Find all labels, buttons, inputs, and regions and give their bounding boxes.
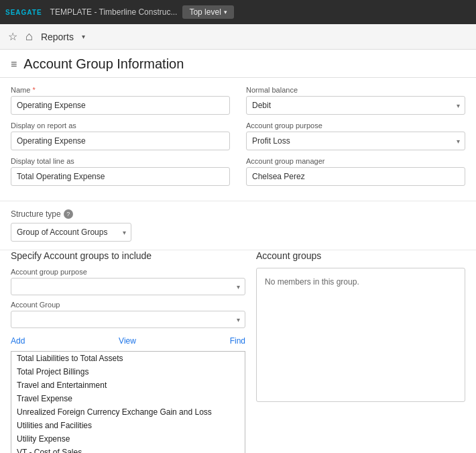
specify-section-title: Specify Account groups to include	[11, 250, 245, 261]
top-level-arrow-icon: ▾	[224, 9, 227, 15]
account-group-manager-label: Account group manager	[246, 157, 465, 165]
list-item[interactable]: Travel Expense	[11, 392, 245, 405]
form-row-2: Display on report as Account group purpo…	[11, 121, 465, 150]
name-required: *	[32, 86, 35, 94]
display-total-input[interactable]	[11, 167, 230, 186]
list-item[interactable]: Total Liabilities to Total Assets	[11, 352, 245, 365]
find-link[interactable]: Find	[230, 336, 245, 346]
list-item[interactable]: Travel and Entertainment	[11, 379, 245, 392]
second-bar: ☆ ⌂ Reports ▾	[0, 24, 476, 50]
structure-type-label: Structure type	[11, 209, 61, 219]
list-item[interactable]: Unrealized Foreign Currency Exchange Gai…	[11, 405, 245, 419]
account-group-dropdown-list[interactable]: Total Liabilities to Total AssetsTotal P…	[11, 351, 245, 453]
normal-balance-group: Normal balance Debit ▾	[246, 86, 465, 115]
structure-label-row: Structure type ?	[11, 209, 465, 219]
structure-select-wrapper: Group of Account Groups ▾	[11, 223, 131, 242]
account-groups-panel: No members in this group.	[256, 268, 465, 402]
display-on-report-input[interactable]	[11, 132, 230, 150]
normal-balance-select[interactable]: Debit	[246, 96, 465, 115]
account-group-filter-select-wrapper: ▾	[11, 311, 245, 328]
display-total-label: Display total line as	[11, 157, 230, 165]
purpose-filter-select[interactable]	[11, 278, 245, 295]
account-groups-title: Account groups	[256, 250, 465, 261]
home-icon[interactable]: ⌂	[25, 30, 33, 44]
account-group-manager-input[interactable]	[246, 167, 465, 186]
two-col-layout: Specify Account groups to include Accoun…	[0, 250, 476, 453]
normal-balance-select-wrapper: Debit ▾	[246, 96, 465, 115]
main-content: ≡ Account Group Information Name * Norma…	[0, 50, 476, 453]
form-section: Name * Normal balance Debit ▾ Display on…	[0, 78, 476, 201]
reports-dropdown-arrow-icon[interactable]: ▾	[82, 33, 85, 40]
normal-balance-label: Normal balance	[246, 86, 465, 94]
reports-label: Reports	[41, 32, 74, 42]
purpose-filter-row: Account group purpose ▾	[11, 268, 245, 295]
account-group-filter-row: Account Group ▾	[11, 301, 245, 328]
top-level-label: Top level	[189, 7, 221, 17]
display-on-report-label: Display on report as	[11, 121, 230, 130]
account-group-purpose-form-label: Account group purpose	[246, 121, 465, 130]
action-links: Add View Find	[11, 334, 245, 348]
star-icon[interactable]: ☆	[8, 30, 17, 43]
left-column: Specify Account groups to include Accoun…	[11, 250, 245, 453]
display-total-group: Display total line as	[11, 157, 230, 186]
form-row-1: Name * Normal balance Debit ▾	[11, 86, 465, 115]
list-item[interactable]: Utilities and Facilities	[11, 419, 245, 432]
logo: SEAGATE	[5, 9, 42, 16]
list-item[interactable]: VT - Cost of Sales	[11, 446, 245, 453]
name-input[interactable]	[11, 96, 230, 115]
display-on-report-group: Display on report as	[11, 121, 230, 150]
menu-icon[interactable]: ≡	[11, 58, 17, 70]
purpose-filter-select-wrapper: ▾	[11, 278, 245, 295]
account-group-purpose-select-wrapper: Profit Loss ▾	[246, 132, 465, 150]
name-group: Name *	[11, 86, 230, 115]
list-item[interactable]: Utility Expense	[11, 432, 245, 446]
structure-section: Structure type ? Group of Account Groups…	[0, 201, 476, 250]
top-level-button[interactable]: Top level ▾	[182, 5, 233, 19]
view-link[interactable]: View	[119, 336, 136, 346]
account-group-purpose-select[interactable]: Profit Loss	[246, 132, 465, 150]
account-group-manager-group: Account group manager	[246, 157, 465, 186]
name-label-text: Name	[11, 86, 30, 94]
right-column: Account groups No members in this group.	[256, 250, 465, 453]
structure-type-select[interactable]: Group of Account Groups	[11, 223, 131, 242]
no-members-text: No members in this group.	[265, 277, 359, 287]
account-group-filter-label: Account Group	[11, 301, 245, 309]
form-row-3: Display total line as Account group mana…	[11, 157, 465, 186]
account-group-filter-select[interactable]	[11, 311, 245, 328]
purpose-filter-label: Account group purpose	[11, 268, 245, 276]
page-title: Account Group Information	[23, 56, 184, 72]
name-label: Name *	[11, 86, 230, 94]
account-group-purpose-form-group: Account group purpose Profit Loss ▾	[246, 121, 465, 150]
list-item[interactable]: Total Project Billings	[11, 365, 245, 379]
structure-help-icon[interactable]: ?	[64, 209, 73, 219]
top-bar-title: TEMPLATE - Timberline Construc...	[50, 7, 178, 17]
add-link[interactable]: Add	[11, 336, 25, 346]
page-header: ≡ Account Group Information	[0, 50, 476, 78]
top-bar: SEAGATE TEMPLATE - Timberline Construc..…	[0, 0, 476, 24]
